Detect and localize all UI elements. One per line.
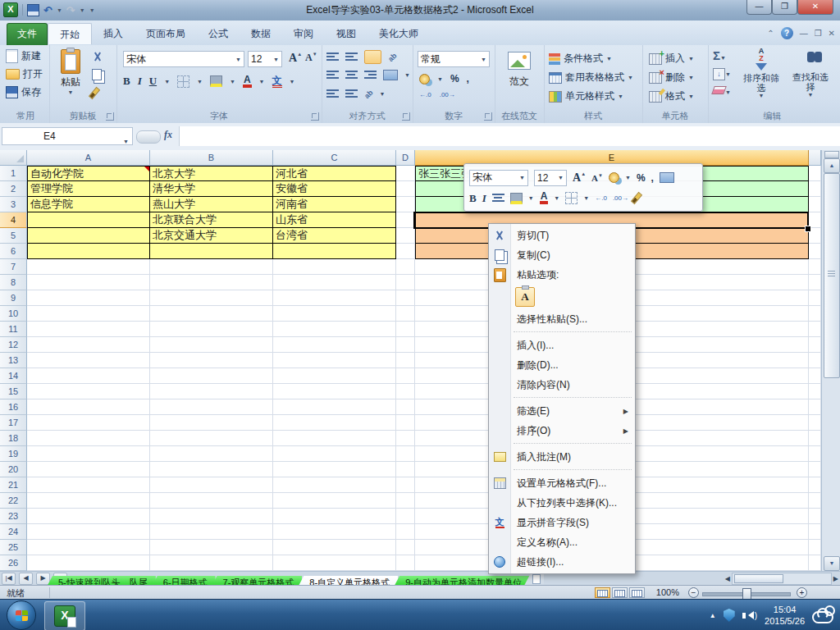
fill-handle[interactable]: [805, 226, 811, 232]
cell-D18[interactable]: [396, 431, 415, 446]
cell-A5[interactable]: [27, 228, 150, 244]
cell-A7[interactable]: [27, 259, 150, 275]
row-header-15[interactable]: 15: [0, 384, 27, 399]
cell-partial-16[interactable]: [809, 399, 821, 415]
cell-A6[interactable]: [27, 244, 150, 259]
previous-sheet-icon[interactable]: ◀: [19, 573, 33, 585]
cell-styles-button[interactable]: 单元格样式▼: [549, 89, 623, 103]
font-name-combo[interactable]: 宋体▼: [123, 51, 244, 67]
zoom-in-icon[interactable]: +: [797, 587, 807, 598]
cell-B15[interactable]: [150, 384, 273, 399]
mini-merge-center-icon[interactable]: [660, 172, 674, 183]
cell-C18[interactable]: [273, 431, 396, 446]
wrap-dropdown-icon[interactable]: ▼: [380, 91, 386, 97]
mini-borders-icon[interactable]: [565, 192, 578, 204]
mini-font-name-combo[interactable]: 宋体▼: [469, 170, 528, 186]
zoom-slider-thumb[interactable]: [742, 588, 751, 600]
cell-D8[interactable]: [396, 275, 415, 290]
scroll-left-icon[interactable]: ◀: [725, 575, 730, 582]
cell-C17[interactable]: [273, 415, 396, 431]
ribbon-tab[interactable]: 开始: [48, 23, 92, 44]
ribbon-tab[interactable]: 视图: [325, 23, 368, 44]
mini-accounting-dropdown-icon[interactable]: ▼: [625, 175, 631, 180]
file-tab[interactable]: 文件: [7, 23, 48, 45]
first-sheet-icon[interactable]: |◀: [2, 573, 16, 585]
save-button[interactable]: 保存: [6, 85, 49, 99]
cell-A19[interactable]: [27, 446, 150, 462]
cell-partial-18[interactable]: [809, 431, 821, 446]
cell-partial-19[interactable]: [809, 446, 821, 462]
merge-dropdown-icon[interactable]: ▼: [404, 72, 410, 78]
mini-fill-color-icon[interactable]: [510, 193, 523, 204]
mini-bold-button[interactable]: B: [469, 192, 477, 205]
clear-button[interactable]: ▼: [713, 85, 731, 97]
cell-partial-21[interactable]: [809, 477, 821, 493]
cell-A2[interactable]: 管理学院: [27, 181, 150, 197]
cell-B17[interactable]: [150, 415, 273, 431]
row-header-14[interactable]: 14: [0, 368, 27, 384]
cell-A22[interactable]: [27, 493, 150, 509]
mini-shrink-font-button[interactable]: A▼: [591, 173, 603, 183]
row-header-17[interactable]: 17: [0, 415, 27, 431]
cell-B22[interactable]: [150, 493, 273, 509]
redo-icon[interactable]: ↷: [66, 5, 75, 16]
column-header-C[interactable]: C: [273, 150, 396, 166]
cell-A17[interactable]: [27, 415, 150, 431]
cell-A16[interactable]: [27, 399, 150, 415]
cell-C3[interactable]: 河南省: [273, 197, 396, 212]
cell-B24[interactable]: [150, 524, 273, 540]
format-painter-icon[interactable]: [89, 87, 100, 99]
mini-center-align-icon[interactable]: [492, 194, 504, 203]
underline-button[interactable]: U: [149, 75, 157, 88]
cell-partial-13[interactable]: [809, 353, 821, 368]
save-icon[interactable]: [27, 4, 39, 16]
cell-D7[interactable]: [396, 259, 415, 275]
cell-B6[interactable]: [150, 244, 273, 259]
cell-partial-3[interactable]: [809, 197, 821, 212]
cell-A18[interactable]: [27, 431, 150, 446]
cell-C6[interactable]: [273, 244, 396, 259]
horizontal-scrollbar-track[interactable]: [732, 573, 832, 585]
cell-B7[interactable]: [150, 259, 273, 275]
align-bottom-icon[interactable]: [364, 50, 381, 64]
mini-fill-dropdown-icon[interactable]: ▼: [528, 195, 534, 201]
menu-item[interactable]: 插入批注(M): [489, 447, 635, 467]
row-header-20[interactable]: 20: [0, 462, 27, 477]
cell-partial-26[interactable]: [809, 555, 821, 571]
formula-input[interactable]: [179, 126, 840, 146]
cell-partial-14[interactable]: [809, 368, 821, 384]
underline-dropdown-icon[interactable]: ▼: [164, 79, 170, 84]
mini-accounting-icon[interactable]: [609, 172, 619, 183]
wrap-text-icon[interactable]: ab: [363, 88, 375, 100]
phonetic-guide-icon[interactable]: 文: [272, 75, 282, 88]
cell-B26[interactable]: [150, 555, 273, 571]
menu-item[interactable]: 删除(D)...: [489, 355, 635, 375]
cell-D11[interactable]: [396, 322, 415, 337]
cell-B25[interactable]: [150, 540, 273, 555]
cell-A10[interactable]: [27, 306, 150, 322]
ribbon-tab[interactable]: 页面布局: [135, 23, 197, 44]
cell-B2[interactable]: 清华大学: [150, 181, 273, 197]
help-icon[interactable]: ?: [781, 27, 793, 39]
mini-font-color-icon[interactable]: A: [540, 192, 549, 204]
cell-A11[interactable]: [27, 322, 150, 337]
minimize-button[interactable]: —: [746, 0, 772, 15]
row-header-7[interactable]: 7: [0, 259, 27, 275]
mini-percent-button[interactable]: %: [637, 172, 646, 184]
orientation-icon[interactable]: ab: [386, 51, 399, 63]
cell-D22[interactable]: [396, 493, 415, 509]
italic-button[interactable]: I: [138, 75, 142, 88]
cell-C15[interactable]: [273, 384, 396, 399]
grow-font-button[interactable]: A▲: [289, 52, 302, 65]
cell-D24[interactable]: [396, 524, 415, 540]
cell-C23[interactable]: [273, 509, 396, 524]
cell-D3[interactable]: [396, 197, 415, 212]
cell-partial-7[interactable]: [809, 259, 821, 275]
cell-B13[interactable]: [150, 353, 273, 368]
cell-A12[interactable]: [27, 337, 150, 353]
fill-color-dropdown-icon[interactable]: ▼: [230, 79, 235, 84]
restore-button[interactable]: ❐: [772, 0, 797, 15]
cell-A23[interactable]: [27, 509, 150, 524]
next-sheet-icon[interactable]: ▶: [36, 573, 50, 585]
cell-partial-10[interactable]: [809, 306, 821, 322]
